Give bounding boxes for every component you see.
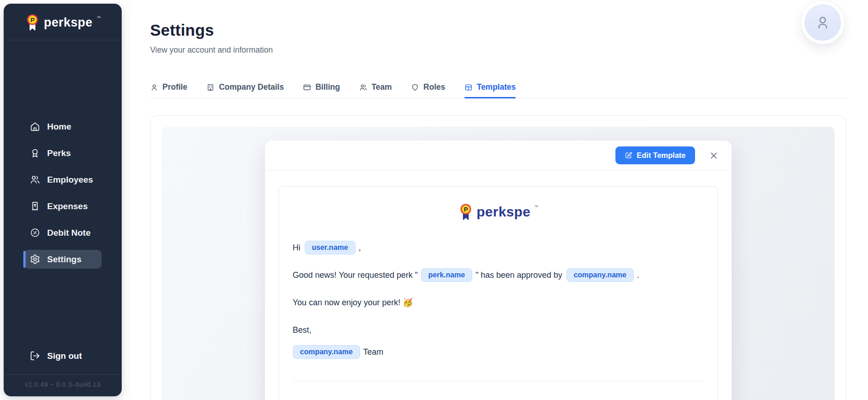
perkspe-badge-icon: P (458, 203, 474, 221)
template-preview-backdrop: Edit Template P perkspe ™ Hiuser.name, (162, 127, 835, 400)
person-icon (814, 14, 831, 31)
sidebar-item-label: Debit Note (47, 228, 91, 238)
tab-team[interactable]: Team (359, 82, 392, 98)
svg-text:P: P (464, 206, 468, 213)
edit-template-label: Edit Template (637, 151, 686, 160)
sidebar-item-settings[interactable]: Settings (24, 250, 102, 269)
edit-template-button[interactable]: Edit Template (615, 146, 695, 164)
email-enjoy-line: You can now enjoy your perk! 🥳 (293, 295, 704, 310)
tab-company-details[interactable]: Company Details (206, 82, 284, 98)
receipt-rupee-icon: ₹ (30, 201, 40, 211)
tab-templates[interactable]: Templates (464, 82, 516, 98)
tab-label: Billing (315, 82, 340, 92)
tab-label: Company Details (219, 82, 284, 92)
sidebar-item-label: Settings (47, 254, 81, 265)
sidebar-bottom: Sign out v1.0.49 ~ 0.0.3–build.13 (4, 346, 122, 396)
user-icon (150, 83, 158, 92)
email-greeting-line: Hiuser.name, (293, 240, 704, 255)
trademark-mark: ™ (534, 205, 538, 209)
perkspe-badge-icon: P (25, 14, 40, 31)
tab-roles[interactable]: Roles (411, 82, 445, 98)
home-icon (30, 121, 40, 132)
sign-out-button[interactable]: Sign out (24, 346, 102, 365)
sidebar: P perkspe ™ HomePerksEmployees₹ExpensesD… (4, 4, 122, 396)
sidebar-item-home[interactable]: Home (24, 117, 102, 136)
approval-mid: " has been approved by (475, 270, 562, 280)
sidebar-divider (4, 40, 122, 40)
sidebar-item-debit-note[interactable]: Debit Note (24, 223, 102, 242)
page-title: Settings (150, 21, 846, 39)
main-content: Settings View your account and informati… (129, 0, 868, 400)
log-out-icon (30, 351, 40, 361)
sidebar-nav: HomePerksEmployees₹ExpensesDebit NoteSet… (4, 117, 122, 269)
tab-label: Templates (477, 82, 516, 92)
brand-name: perkspe (477, 204, 531, 220)
tab-profile[interactable]: Profile (150, 82, 187, 98)
templates-panel: Edit Template P perkspe ™ Hiuser.name, (150, 115, 846, 400)
modal-header: Edit Template (265, 141, 732, 171)
tab-billing[interactable]: Billing (303, 82, 340, 98)
greeting-suffix: , (359, 243, 361, 252)
sidebar-item-label: Employees (47, 175, 93, 185)
team-suffix: Team (363, 347, 383, 357)
sign-out-label: Sign out (47, 351, 82, 361)
greeting-prefix: Hi (293, 243, 301, 252)
user-avatar[interactable] (801, 1, 844, 44)
email-brand-logo: P perkspe ™ (293, 203, 704, 221)
variable-chip-perk-name: perk.name (421, 268, 472, 282)
shield-icon (411, 83, 419, 92)
approval-suffix: . (637, 270, 639, 280)
sidebar-item-label: Home (47, 122, 71, 132)
sidebar-item-employees[interactable]: Employees (24, 170, 102, 189)
email-closing-line: Best, (293, 322, 704, 338)
badge-percent-icon (30, 227, 40, 238)
page-subtitle: View your account and information (150, 45, 846, 55)
sidebar-item-label: Perks (47, 148, 71, 158)
trademark-mark: ™ (97, 16, 101, 20)
page-header: Settings View your account and informati… (150, 0, 846, 55)
email-signature-line: company.nameTeam (293, 344, 704, 360)
credit-card-icon (303, 83, 311, 92)
variable-chip-company-name: company.name (566, 268, 634, 282)
approval-prefix: Good news! Your requested perk " (293, 270, 418, 280)
layout-icon (464, 83, 473, 92)
settings-tabs: ProfileCompany DetailsBillingTeamRolesTe… (150, 82, 846, 98)
sidebar-item-perks[interactable]: Perks (24, 144, 102, 162)
brand-name: perkspe (44, 16, 92, 30)
variable-chip-user-name: user.name (305, 241, 356, 254)
award-icon (30, 148, 40, 158)
tab-label: Team (372, 82, 392, 92)
email-divider (293, 381, 704, 381)
close-button[interactable] (708, 150, 720, 162)
building-icon (206, 83, 215, 92)
close-icon (709, 151, 719, 161)
email-approval-line: Good news! Your requested perk "perk.nam… (293, 267, 704, 283)
edit-icon (625, 151, 632, 159)
users-icon (359, 83, 367, 92)
modal-body: P perkspe ™ Hiuser.name, Good news! Your… (265, 171, 732, 400)
tab-label: Roles (423, 82, 445, 92)
svg-text:₹: ₹ (34, 203, 37, 208)
sidebar-item-expenses[interactable]: ₹Expenses (24, 197, 102, 216)
sidebar-item-label: Expenses (47, 201, 88, 211)
tab-label: Profile (162, 82, 187, 92)
variable-chip-company-name: company.name (293, 345, 360, 359)
brand-logo: P perkspe ™ (4, 4, 122, 40)
template-preview-modal: Edit Template P perkspe ™ Hiuser.name, (265, 141, 732, 400)
email-template-preview: P perkspe ™ Hiuser.name, Good news! Your… (279, 186, 718, 400)
app-version: v1.0.49 ~ 0.0.3–build.13 (4, 375, 122, 396)
gear-icon (30, 254, 40, 265)
svg-text:P: P (30, 16, 34, 23)
users-icon (30, 174, 40, 185)
